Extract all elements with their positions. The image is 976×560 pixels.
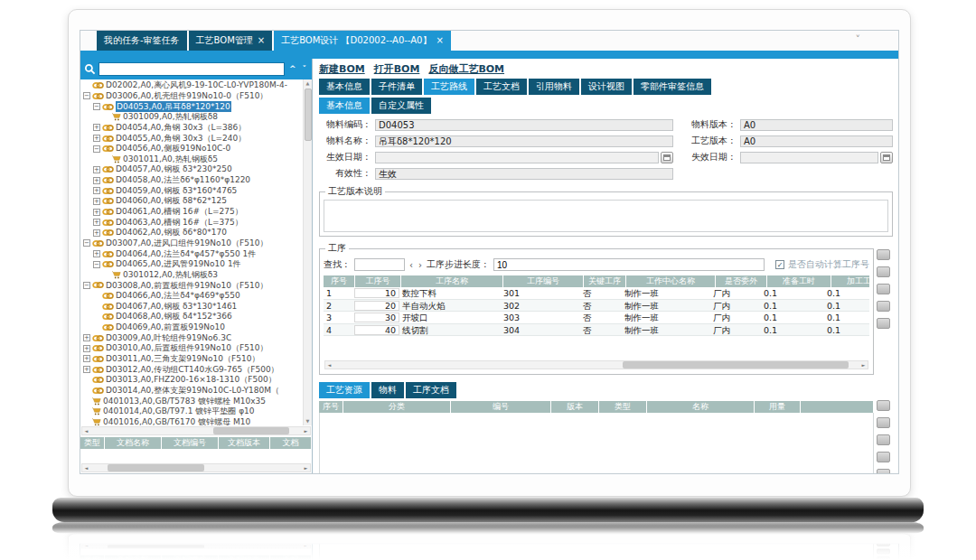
expand-icon[interactable]: + xyxy=(83,334,90,341)
collapse-icon[interactable]: − xyxy=(83,282,90,289)
expand-icon[interactable]: + xyxy=(93,177,100,184)
table-tool-button[interactable] xyxy=(877,417,890,428)
tree-item[interactable]: −D03007,A0,进风口组件919No10（F510） xyxy=(80,238,303,249)
window-tab-1[interactable]: 我的任务-审签任务 xyxy=(97,31,187,51)
tree-item[interactable]: +D04063,A0,槽钢 16#（L=375） xyxy=(80,217,303,228)
tree-item[interactable]: +D03012,A0,传动组CT140水G9-765（F500） xyxy=(80,364,303,375)
step-input[interactable] xyxy=(493,258,765,271)
tree-item[interactable]: +D04057,A0,钢板 δ3*230*250 xyxy=(80,164,303,175)
tab-close-icon[interactable]: × xyxy=(436,36,443,45)
tree-item[interactable]: −D04053,A0,吊耳δ8*120*120 xyxy=(80,101,303,112)
tree-item[interactable]: +D04054,A0,角钢 30x3（L=386） xyxy=(80,123,303,134)
find-prev-icon[interactable]: ‹ xyxy=(408,260,414,270)
table-row[interactable]: 330开坡口303否制作一班厂内0.10.1 xyxy=(324,312,869,324)
table-tool-button[interactable] xyxy=(877,452,890,462)
scroll-up-icon[interactable]: ▲ xyxy=(306,79,310,88)
expand-icon[interactable]: + xyxy=(83,345,90,352)
expand-icon[interactable]: + xyxy=(83,366,90,373)
scroll-left-icon[interactable]: ◄ xyxy=(325,362,333,368)
main-tab-7[interactable]: 零部件审签信息 xyxy=(633,79,711,95)
tree-search-input[interactable] xyxy=(99,62,285,76)
new-bom-link[interactable]: 新建BOM xyxy=(319,62,365,76)
tree-item[interactable]: +D03011,A0,三角支架919No10（F510） xyxy=(80,354,303,365)
find-next-icon[interactable]: › xyxy=(418,260,423,270)
tree-item[interactable]: 0401016,A0,GB/T6170 镀锌螺母 M10 xyxy=(80,417,303,426)
window-tab-2[interactable]: 工艺BOM管理× xyxy=(189,31,273,51)
main-tab-2[interactable]: 子件清单 xyxy=(371,79,422,95)
table-tool-button[interactable] xyxy=(877,301,890,312)
table-row[interactable]: 220半自动火焰302否制作一班厂内0.10.1 xyxy=(324,300,869,313)
tree-item[interactable]: +D04059,A0,钢板 δ3*160*4765 xyxy=(80,185,303,196)
expand-icon[interactable]: + xyxy=(93,198,100,205)
effective-date-field[interactable] xyxy=(375,152,659,163)
scroll-left-icon[interactable]: ◄ xyxy=(82,465,90,471)
bottom-tab-2[interactable]: 物料 xyxy=(371,382,404,398)
open-bom-link[interactable]: 打开BOM xyxy=(374,62,420,76)
calendar-icon[interactable] xyxy=(880,152,893,163)
tree-item[interactable]: −D03008,A0,前置板组件919No10（F510） xyxy=(80,280,303,291)
tree-item[interactable]: −D04065,A0,进风管919No10 1件 xyxy=(80,259,303,270)
expand-icon[interactable]: + xyxy=(93,219,100,226)
table-tool-button[interactable] xyxy=(877,469,890,474)
tree-item[interactable]: 0301011,A0,热轧钢板δ5 xyxy=(80,154,303,164)
table-tool-button[interactable] xyxy=(877,400,890,411)
tree-item[interactable]: +D04062,A0,钢板 δ6*80*170 xyxy=(80,228,303,238)
calendar-icon[interactable] xyxy=(661,152,673,163)
tree-item[interactable]: −D03006,A0,机壳组件919No10-0（F510） xyxy=(80,91,303,102)
tree-item[interactable]: +D04058,A0,法兰δ6*φ1160*φ1220 xyxy=(80,175,303,186)
sub-tab-2[interactable]: 自定义属性 xyxy=(371,98,431,114)
table-row[interactable]: 440线切割304否制作一班厂内0.10.1 xyxy=(324,324,869,337)
table-tool-button[interactable] xyxy=(877,266,890,277)
collapse-icon[interactable]: − xyxy=(93,145,100,153)
scrollbar-thumb[interactable] xyxy=(305,89,312,141)
expire-date-field[interactable] xyxy=(740,152,878,163)
scroll-down-icon[interactable]: ▼ xyxy=(306,417,310,425)
find-input[interactable] xyxy=(354,258,405,271)
tree-item[interactable]: D04067,A0,钢板 δ3*130*1461 xyxy=(80,301,303,312)
tree-item[interactable]: +D03009,A0,叶轮组件919No6.3C xyxy=(80,332,303,343)
expand-icon[interactable]: + xyxy=(93,250,100,257)
sub-tab-1[interactable]: 基本信息 xyxy=(319,98,370,114)
main-tab-3[interactable]: 工艺路线 xyxy=(424,79,474,95)
collapse-icon[interactable]: − xyxy=(93,261,100,268)
tree-vertical-scrollbar[interactable]: ▲ ▼ xyxy=(303,79,312,425)
table-tool-button[interactable] xyxy=(877,284,890,294)
main-tab-5[interactable]: 引用物料 xyxy=(529,79,579,95)
scroll-right-icon[interactable]: ► xyxy=(302,428,310,434)
scroll-right-icon[interactable]: ► xyxy=(302,465,310,471)
table-tool-button[interactable] xyxy=(877,249,890,260)
tree-item[interactable]: +D04064,A0,法兰δ4*φ457*φ550 1件 xyxy=(80,248,303,259)
tree-item[interactable]: 0401014,A0,GB/T97.1 镀锌平垫圈 φ10 xyxy=(80,406,303,417)
tree-item[interactable]: D03013,A0,FHZ200-16×18-1310（F500） xyxy=(80,375,303,386)
tree-item[interactable]: −D04056,A0,侧板919No10C-0 xyxy=(80,144,303,154)
expand-icon[interactable]: + xyxy=(93,187,100,194)
chevron-down-icon[interactable]: ˅ xyxy=(856,33,861,45)
expand-icon[interactable]: + xyxy=(93,166,100,173)
table-row[interactable]: 110数控下料301否制作一班厂内0.10.1 xyxy=(324,287,869,300)
docs-horizontal-scrollbar[interactable]: ◄ ► xyxy=(81,463,311,472)
tab-close-icon[interactable]: × xyxy=(258,36,265,45)
auto-calc-checkbox[interactable]: ✓ xyxy=(775,260,784,269)
expand-icon[interactable]: + xyxy=(93,124,100,131)
search-prev-icon[interactable]: ^ xyxy=(287,65,298,73)
tree-item[interactable]: +D03010,A0,后置板组件919No10（F510） xyxy=(80,343,303,354)
tree-item[interactable]: 0301012,A0,热轧钢板δ3 xyxy=(80,270,303,281)
table-tool-button[interactable] xyxy=(877,434,890,445)
tree-horizontal-scrollbar[interactable]: ◄ ► xyxy=(81,426,311,435)
scrollbar-thumb[interactable] xyxy=(623,361,849,369)
expand-icon[interactable]: + xyxy=(93,229,100,237)
main-tab-4[interactable]: 工艺文档 xyxy=(476,79,527,95)
tree-item[interactable]: D03014,A0,整体支架919No10C-L0-Y180M（ xyxy=(80,386,303,397)
table-tool-button[interactable] xyxy=(877,318,890,329)
reverse-bom-link[interactable]: 反向做工艺BOM xyxy=(428,62,504,76)
scrollbar-thumb[interactable] xyxy=(108,464,205,471)
scroll-right-icon[interactable]: ► xyxy=(859,362,868,368)
window-tab-3[interactable]: 工艺BOM设计 【D02002--A0--A0】× xyxy=(274,31,451,51)
tree-item[interactable]: +D04060,A0,钢板 δ8*62*125 xyxy=(80,196,303,207)
expand-icon[interactable]: + xyxy=(83,355,90,362)
tree-item[interactable]: +D04061,A0,槽钢 16#（L=275） xyxy=(80,207,303,218)
main-tab-6[interactable]: 设计视图 xyxy=(581,79,632,95)
bottom-tab-1[interactable]: 工艺资源 xyxy=(319,382,370,398)
scrollbar-thumb[interactable] xyxy=(213,427,289,434)
tree-item[interactable]: 0401013,A0,GB/T5783 镀锌螺栓 M10x35 xyxy=(80,396,303,406)
